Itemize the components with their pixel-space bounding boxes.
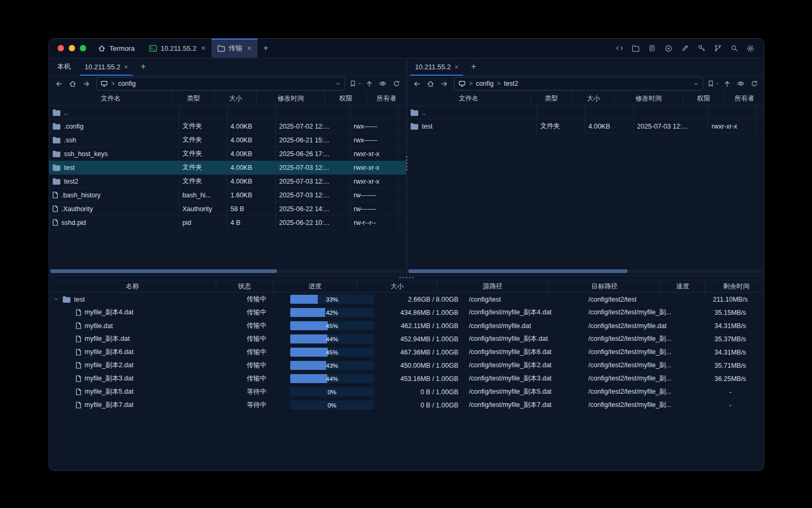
- transfer-column-header[interactable]: 大小: [357, 280, 437, 292]
- right-path-bar[interactable]: >config>test2: [454, 77, 703, 90]
- show-hidden-button[interactable]: [734, 77, 747, 90]
- transfer-row[interactable]: myfile.dat传输中45%462.11MB / 1.00GB/config…: [49, 319, 764, 332]
- transfer-row[interactable]: myfile_副本7.dat等待中0%0 B / 1.00GB/config/t…: [49, 398, 764, 412]
- show-hidden-button[interactable]: [376, 77, 389, 90]
- path-segment[interactable]: config: [118, 80, 135, 87]
- horizontal-scrollbar[interactable]: [50, 269, 404, 273]
- zoom-window-button[interactable]: [80, 45, 86, 51]
- file-perm: rw-------: [350, 202, 399, 215]
- file-row[interactable]: test文件夹4.00KB2025-07-03 12:...rwxr-xr-x: [407, 120, 764, 133]
- transfer-column-header[interactable]: 名称: [49, 280, 216, 292]
- close-tab-icon[interactable]: ×: [455, 63, 459, 71]
- column-header[interactable]: 所有者: [725, 92, 764, 105]
- file-row[interactable]: test文件夹4.00KB2025-07-03 12:...rwxr-xr-x: [49, 161, 406, 175]
- file-type: pid: [179, 216, 227, 229]
- file-row[interactable]: ..: [407, 106, 764, 120]
- file-row[interactable]: sshd.pidpid4 B2025-06-22 10:...rw-r--r--: [49, 216, 406, 230]
- minimize-window-button[interactable]: [69, 45, 75, 51]
- transfer-column-header[interactable]: 进度: [273, 280, 357, 292]
- transfer-row[interactable]: myfile_副本6.dat传输中45%467.36MB / 1.00GB/co…: [49, 346, 764, 359]
- file-name: test: [64, 164, 75, 171]
- back-button[interactable]: [410, 77, 423, 90]
- window-tab-1[interactable]: 传输×: [211, 39, 257, 58]
- transfer-column-header[interactable]: 速度: [661, 280, 705, 292]
- left-panel-tab-1[interactable]: 10.211.55.2×: [78, 58, 135, 75]
- column-header[interactable]: 大小: [215, 92, 257, 105]
- home-button[interactable]: [424, 77, 437, 90]
- left-panel-new-tab-button[interactable]: +: [135, 58, 151, 75]
- forward-button[interactable]: [80, 77, 93, 90]
- window-tab-0[interactable]: 10.211.55.2×: [143, 39, 211, 58]
- column-header[interactable]: 权限: [683, 92, 725, 105]
- file-row[interactable]: .ssh文件夹4.00KB2025-06-21 15:...rwx------: [49, 133, 406, 147]
- close-window-button[interactable]: [58, 45, 64, 51]
- close-tab-icon[interactable]: ×: [247, 44, 252, 52]
- transfer-source: /config/test: [465, 293, 584, 306]
- refresh-button[interactable]: [748, 77, 761, 90]
- horizontal-splitter[interactable]: [49, 276, 764, 280]
- upload-button[interactable]: [363, 77, 375, 90]
- column-header[interactable]: 文件名: [407, 92, 531, 105]
- column-header[interactable]: 文件名: [49, 92, 173, 105]
- branch-button[interactable]: [711, 42, 724, 55]
- transfer-row[interactable]: myfile_副本5.dat等待中0%0 B / 1.00GB/config/t…: [49, 385, 764, 398]
- file-row[interactable]: ssh_host_keys文件夹4.00KB2025-06-26 17:...r…: [49, 147, 406, 161]
- bookmark-button[interactable]: [349, 77, 362, 90]
- home-button[interactable]: [66, 77, 79, 90]
- right-panel-tab-0[interactable]: 10.211.55.2×: [408, 58, 465, 75]
- refresh-button[interactable]: [390, 77, 403, 90]
- file-row[interactable]: .config文件夹4.00KB2025-07-02 12:...rwx----…: [49, 120, 406, 133]
- scrollbar-thumb[interactable]: [50, 269, 277, 273]
- left-panel-toolbar: >config: [49, 76, 406, 92]
- path-segment[interactable]: config: [476, 80, 493, 87]
- transfer-row[interactable]: test传输中33%2.66GB / 8.00GB/config/test/co…: [49, 293, 764, 306]
- code-button[interactable]: [613, 42, 626, 55]
- record-button[interactable]: [662, 42, 675, 55]
- key-button[interactable]: [695, 42, 708, 55]
- splitter-grip-icon[interactable]: [400, 277, 414, 278]
- transfer-row[interactable]: myfile_副本2.dat传输中43%450.00MB / 1.00GB/co…: [49, 359, 764, 372]
- transfer-row[interactable]: myfile_副本3.dat传输中44%453.16MB / 1.00GB/co…: [49, 372, 764, 385]
- transfer-column-header[interactable]: 目标路径: [549, 280, 661, 292]
- right-panel-new-tab-button[interactable]: +: [465, 58, 482, 75]
- transfer-column-header[interactable]: 源路径: [437, 280, 549, 292]
- column-header[interactable]: 修改时间: [615, 92, 683, 105]
- file-row[interactable]: ..: [49, 106, 406, 120]
- column-header[interactable]: 权限: [325, 92, 367, 105]
- column-header[interactable]: 类型: [173, 92, 215, 105]
- close-tab-icon[interactable]: ×: [201, 44, 205, 52]
- collapse-icon[interactable]: [53, 296, 59, 302]
- settings-button[interactable]: [744, 42, 757, 55]
- transfer-column-header[interactable]: 状态: [216, 280, 273, 292]
- search-button[interactable]: [727, 42, 741, 55]
- transfer-row[interactable]: myfile_副本.dat传输中44%452.94MB / 1.00GB/con…: [49, 332, 764, 346]
- chevron-down-icon[interactable]: [693, 81, 699, 87]
- path-segment[interactable]: test2: [504, 80, 518, 87]
- log-button[interactable]: [645, 42, 659, 55]
- upload-button[interactable]: [721, 77, 733, 90]
- scrollbar-thumb[interactable]: [408, 269, 628, 273]
- horizontal-scrollbar[interactable]: [408, 269, 762, 273]
- chevron-down-icon[interactable]: [335, 81, 341, 87]
- transfer-row[interactable]: myfile_副本4.dat传输中42%434.86MB / 1.00GB/co…: [49, 306, 764, 319]
- file-row[interactable]: .XauthorityXauthority58 B2025-06-22 14:.…: [49, 202, 406, 216]
- column-header[interactable]: 所有者: [367, 92, 406, 105]
- transfer-column-header[interactable]: 剩余时间: [705, 280, 764, 292]
- back-button[interactable]: [52, 77, 65, 90]
- folder-button[interactable]: [629, 42, 642, 55]
- forward-button[interactable]: [438, 77, 450, 90]
- file-name: test2: [64, 178, 78, 185]
- column-header[interactable]: 类型: [531, 92, 573, 105]
- left-path-bar[interactable]: >config: [96, 77, 345, 90]
- bookmark-button[interactable]: [707, 77, 719, 90]
- left-panel-tab-0[interactable]: 本机: [50, 58, 78, 75]
- file-row[interactable]: test2文件夹4.00KB2025-07-03 12:...rwxr-xr-x: [49, 175, 406, 188]
- file-name: sshd.pid: [61, 219, 86, 226]
- transfer-speed: 34.31MB/s: [704, 346, 756, 359]
- close-tab-icon[interactable]: ×: [124, 63, 128, 71]
- new-window-tab-button[interactable]: +: [257, 39, 274, 58]
- column-header[interactable]: 大小: [573, 92, 615, 105]
- file-row[interactable]: .bash_historybash_hi...1.60KB2025-07-03 …: [49, 188, 406, 202]
- column-header[interactable]: 修改时间: [257, 92, 325, 105]
- edit-button[interactable]: [678, 42, 691, 55]
